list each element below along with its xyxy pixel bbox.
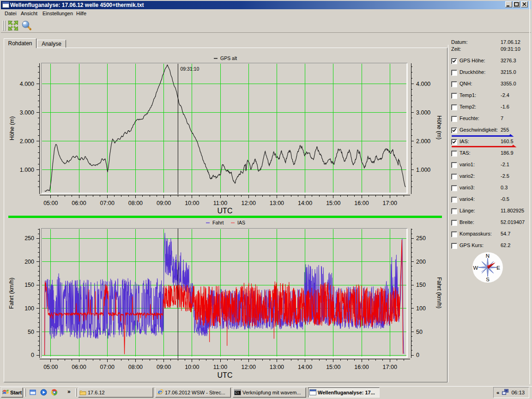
svg-text:09:00: 09:00 bbox=[157, 200, 171, 206]
svg-text:09:00: 09:00 bbox=[157, 364, 171, 370]
svg-text:N: N bbox=[486, 253, 490, 259]
svg-text:4.000: 4.000 bbox=[416, 81, 430, 87]
svg-text:05:00: 05:00 bbox=[43, 200, 58, 206]
svg-text:1.000: 1.000 bbox=[20, 167, 34, 173]
svg-text:09:31:10: 09:31:10 bbox=[180, 66, 199, 72]
svg-text:15:00: 15:00 bbox=[326, 364, 340, 370]
svg-text:0: 0 bbox=[416, 352, 419, 358]
svg-text:250: 250 bbox=[416, 235, 426, 242]
svg-text:E: E bbox=[496, 265, 500, 271]
svg-text:50: 50 bbox=[28, 329, 34, 335]
svg-text:16:00: 16:00 bbox=[354, 200, 369, 206]
svg-text:14:00: 14:00 bbox=[298, 364, 312, 370]
svg-text:200: 200 bbox=[24, 259, 34, 265]
svg-text:08:00: 08:00 bbox=[128, 200, 143, 206]
svg-text:50: 50 bbox=[416, 329, 423, 335]
svg-text:11:00: 11:00 bbox=[213, 200, 227, 206]
svg-text:10:00: 10:00 bbox=[185, 364, 199, 370]
svg-text:14:00: 14:00 bbox=[298, 200, 312, 206]
svg-text:100: 100 bbox=[416, 305, 426, 312]
svg-text:1.000: 1.000 bbox=[416, 167, 430, 173]
svg-text:3.000: 3.000 bbox=[416, 109, 430, 116]
svg-text:4.000: 4.000 bbox=[20, 81, 34, 87]
svg-text:07:00: 07:00 bbox=[100, 200, 115, 206]
svg-text:C:\: C:\ bbox=[235, 391, 239, 394]
svg-text:08:00: 08:00 bbox=[128, 364, 143, 370]
svg-text:150: 150 bbox=[24, 282, 34, 288]
svg-text:Höhe (m): Höhe (m) bbox=[9, 116, 15, 140]
svg-text:10:00: 10:00 bbox=[185, 200, 199, 206]
svg-text:UTC: UTC bbox=[218, 207, 233, 215]
svg-text:100: 100 bbox=[24, 305, 34, 312]
svg-text:UTC: UTC bbox=[218, 371, 233, 379]
svg-text:13:00: 13:00 bbox=[270, 200, 284, 206]
svg-text:250: 250 bbox=[24, 235, 34, 242]
svg-text:05:00: 05:00 bbox=[43, 364, 58, 370]
svg-text:Fahrt: Fahrt bbox=[212, 220, 224, 225]
svg-text:16:00: 16:00 bbox=[354, 364, 369, 370]
svg-text:W: W bbox=[473, 265, 478, 271]
svg-text:150: 150 bbox=[416, 282, 426, 288]
svg-text:11:00: 11:00 bbox=[213, 364, 227, 370]
svg-text:2.000: 2.000 bbox=[416, 138, 430, 145]
svg-text:06:00: 06:00 bbox=[72, 200, 86, 206]
svg-text:Höhe (m): Höhe (m) bbox=[436, 115, 442, 139]
svg-text:Fahrt (km/h): Fahrt (km/h) bbox=[8, 278, 15, 309]
svg-text:15:00: 15:00 bbox=[326, 200, 340, 206]
svg-text:17:00: 17:00 bbox=[383, 364, 397, 370]
svg-text:13:00: 13:00 bbox=[270, 364, 284, 370]
svg-text:0: 0 bbox=[31, 352, 34, 358]
svg-text:12:00: 12:00 bbox=[242, 364, 256, 370]
svg-text:GPS alt: GPS alt bbox=[220, 55, 237, 61]
svg-text:06:00: 06:00 bbox=[72, 364, 86, 370]
svg-text:IAS: IAS bbox=[237, 220, 245, 225]
svg-text:200: 200 bbox=[416, 259, 426, 265]
svg-text:2.000: 2.000 bbox=[20, 138, 34, 145]
svg-text:07:00: 07:00 bbox=[100, 364, 115, 370]
svg-text:12:00: 12:00 bbox=[242, 200, 256, 206]
svg-text:3.000: 3.000 bbox=[20, 109, 34, 116]
svg-text:Fahrt (km/h): Fahrt (km/h) bbox=[436, 277, 442, 308]
svg-text:17:00: 17:00 bbox=[383, 200, 397, 206]
svg-text:S: S bbox=[486, 277, 490, 282]
